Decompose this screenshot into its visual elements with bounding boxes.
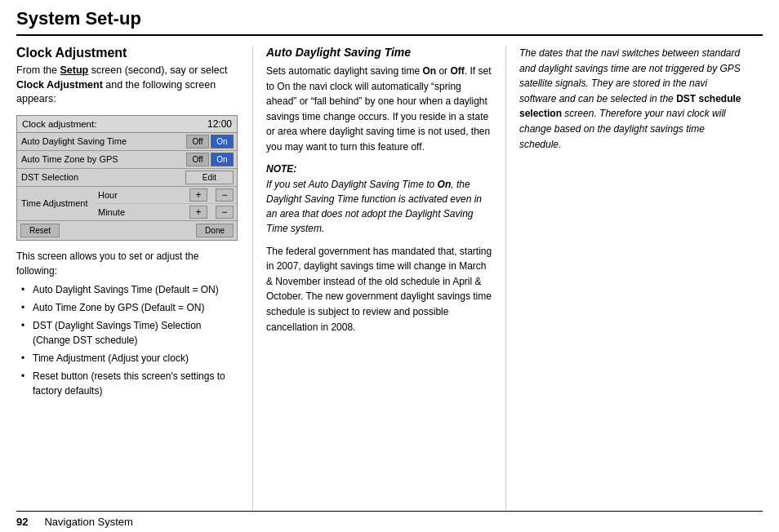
footer-nav-label: Navigation System <box>44 516 132 528</box>
left-section-title: Clock Adjustment <box>16 46 238 60</box>
mid-paragraph2: The federal government has mandated that… <box>266 244 492 335</box>
hour-adjustment-row: Hour + − <box>95 187 237 204</box>
minute-adjustment-row: Minute + − <box>95 204 237 220</box>
note-text: If you set Auto Daylight Saving Time to … <box>266 177 492 236</box>
minute-plus-button[interactable]: + <box>189 206 207 219</box>
auto-timezone-on-button[interactable]: On <box>211 153 234 166</box>
auto-dst-on-button[interactable]: On <box>211 135 234 149</box>
clock-time-display: 12:00 <box>207 118 232 130</box>
allows-text: This screen allows you to set or adjust … <box>16 249 238 278</box>
clock-box-label: Clock adjustment: <box>22 119 96 129</box>
page-number: 92 <box>16 516 28 528</box>
dst-edit-area: Edit <box>182 169 237 186</box>
clock-adjustment-box: Clock adjustment: 12:00 Auto Daylight Sa… <box>16 115 238 241</box>
intro-part2: screen (second), say or select <box>88 64 227 76</box>
auto-timezone-row: Auto Time Zone by GPS Off On <box>17 151 237 169</box>
clock-box-header: Clock adjustment: 12:00 <box>17 116 237 133</box>
reset-done-row: Reset Done <box>17 221 237 240</box>
note-on: On <box>438 179 452 190</box>
content-area: Clock Adjustment From the Setup screen (… <box>16 46 763 511</box>
auto-dst-off-button[interactable]: Off <box>186 135 209 149</box>
auto-timezone-off-button[interactable]: Off <box>186 153 209 166</box>
note-text-part1: If you set Auto Daylight Saving Time to <box>266 179 438 190</box>
mid-p1-part2: or <box>436 65 450 77</box>
auto-dst-buttons: Off On <box>183 133 237 150</box>
page-footer: 92 Navigation System <box>16 511 763 532</box>
hour-plus-minus: + − <box>189 188 234 202</box>
page: System Set-up Clock Adjustment From the … <box>0 0 779 532</box>
dst-selection-label: DST Selection <box>17 170 182 184</box>
minute-label: Minute <box>98 207 131 217</box>
mid-paragraph1: Sets automatic daylight saving time On o… <box>266 64 492 155</box>
time-adj-main: Time Adjustment Hour + − Minute <box>17 187 237 220</box>
right-column: The dates that the navi switches between… <box>506 46 743 511</box>
mid-p1-part3: . If set to On the navi clock will autom… <box>266 65 491 153</box>
list-item: DST (Daylight Savings Time) Selection (C… <box>21 319 238 348</box>
dst-selection-row: DST Selection Edit <box>17 169 237 187</box>
auto-dst-row: Auto Daylight Saving Time Off On <box>17 133 237 151</box>
reset-button[interactable]: Reset <box>20 224 60 237</box>
hour-label: Hour <box>98 190 131 200</box>
middle-column: Auto Daylight Saving Time Sets automatic… <box>253 46 506 511</box>
minute-minus-button[interactable]: − <box>216 206 234 219</box>
time-adj-sub-rows: Hour + − Minute + − <box>95 187 237 220</box>
intro-setup: Setup <box>60 64 89 76</box>
mid-on-label: On <box>422 65 436 77</box>
intro-clock: Clock Adjustment <box>16 79 103 91</box>
note-title: NOTE: <box>266 163 492 175</box>
done-button[interactable]: Done <box>196 224 234 237</box>
list-item: Auto Daylight Savings Time (Default = ON… <box>21 283 238 297</box>
bullet-list: Auto Daylight Savings Time (Default = ON… <box>21 283 238 399</box>
mid-off-label: Off <box>450 65 464 77</box>
mid-p1-part1: Sets automatic daylight saving time <box>266 65 422 77</box>
list-item: Auto Time Zone by GPS (Default = ON) <box>21 301 238 315</box>
intro-part1: From the <box>16 64 60 76</box>
left-column: Clock Adjustment From the Setup screen (… <box>16 46 253 511</box>
list-item: Time Adjustment (Adjust your clock) <box>21 352 238 366</box>
hour-minus-button[interactable]: − <box>216 188 234 202</box>
auto-timezone-buttons: Off On <box>183 151 237 168</box>
dst-edit-button[interactable]: Edit <box>185 171 234 184</box>
auto-dst-label: Auto Daylight Saving Time <box>17 134 183 149</box>
page-title: System Set-up <box>16 0 763 36</box>
minute-plus-minus: + − <box>189 206 234 219</box>
auto-timezone-label: Auto Time Zone by GPS <box>17 152 183 166</box>
list-item: Reset button (resets this screen's setti… <box>21 370 238 398</box>
mid-section-title: Auto Daylight Saving Time <box>266 46 492 59</box>
intro-paragraph: From the Setup screen (second), say or s… <box>16 64 238 107</box>
right-paragraph: The dates that the navi switches between… <box>519 46 743 152</box>
hour-plus-button[interactable]: + <box>189 188 207 202</box>
time-adj-outer-label: Time Adjustment <box>17 187 95 220</box>
time-adjustment-section: Time Adjustment Hour + − Minute <box>17 187 237 221</box>
